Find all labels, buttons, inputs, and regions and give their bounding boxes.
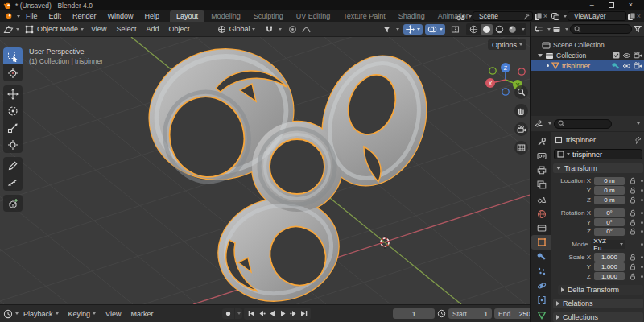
trispinner-object[interactable] — [134, 37, 442, 304]
prev-keyframe-button[interactable] — [257, 308, 266, 319]
menu-keying[interactable]: Keying — [64, 310, 101, 318]
editor-type-icon-timeline[interactable] — [3, 309, 13, 319]
tool-transform[interactable] — [3, 136, 23, 153]
shading-options-caret[interactable] — [522, 28, 525, 31]
snap-settings-caret[interactable] — [279, 28, 282, 31]
scale-y-field[interactable]: 1.000 — [594, 262, 625, 271]
camera-view-icon[interactable] — [514, 122, 528, 136]
animate-scale-y-dot[interactable] — [641, 266, 643, 268]
tab-uv-editing[interactable]: UV Editing — [290, 10, 337, 22]
tool-rotate[interactable] — [3, 102, 23, 119]
tool-move[interactable] — [3, 85, 23, 102]
auto-keying-caret[interactable] — [235, 308, 242, 319]
tool-add-cube[interactable] — [3, 195, 23, 212]
viewlayer-selector[interactable]: ViewLayer — [568, 11, 626, 21]
outliner-search-input[interactable] — [570, 24, 632, 34]
play-button[interactable] — [278, 308, 287, 319]
shading-rendered-icon[interactable] — [506, 24, 518, 35]
tool-annotate[interactable] — [3, 157, 23, 174]
collections-panel-header[interactable]: Collections — [553, 312, 643, 322]
tool-scale[interactable] — [3, 119, 23, 136]
mode-dropdown[interactable]: Object Mode — [23, 24, 86, 35]
overlays-toggle-icon[interactable] — [425, 24, 445, 35]
tab-output[interactable] — [531, 163, 551, 178]
preview-range-clock-icon[interactable] — [437, 309, 446, 318]
tab-render[interactable] — [531, 149, 551, 163]
menu-view-timeline[interactable]: View — [101, 310, 126, 318]
pin-icon[interactable] — [523, 13, 530, 20]
animate-rotation-mode-dot[interactable] — [641, 243, 643, 246]
tab-physics[interactable] — [531, 279, 551, 293]
view-object-types-icon[interactable] — [380, 24, 394, 35]
properties-search-input[interactable] — [554, 119, 612, 129]
tool-measure[interactable] — [3, 174, 23, 191]
minimize-button[interactable]: – — [590, 2, 594, 9]
menu-marker[interactable]: Marker — [126, 310, 158, 318]
breadcrumb-pin-icon[interactable] — [634, 136, 642, 144]
tool-select-box[interactable] — [3, 47, 23, 64]
shading-solid-icon[interactable] — [481, 24, 493, 35]
pan-hand-icon[interactable] — [514, 104, 528, 118]
properties-editor-caret[interactable] — [548, 122, 551, 125]
properties-options-caret[interactable] — [637, 122, 640, 125]
lock-scale-z-icon[interactable] — [627, 273, 638, 280]
jump-to-end-button[interactable] — [299, 308, 308, 319]
editor-type-icon-outliner[interactable] — [534, 25, 543, 34]
tab-particles[interactable] — [531, 264, 551, 279]
animate-scale-z-dot[interactable] — [641, 275, 643, 278]
tab-constraints[interactable] — [531, 293, 551, 308]
outliner-filter-collection-icon[interactable] — [552, 25, 561, 34]
delta-transform-panel-header[interactable]: Delta Transform — [558, 285, 643, 295]
tab-object[interactable] — [531, 235, 551, 250]
menu-render[interactable]: Render — [67, 12, 102, 20]
rotation-x-field[interactable]: 0° — [594, 208, 625, 217]
shading-material-icon[interactable] — [493, 24, 506, 35]
outliner-row-trispinner[interactable]: trispinner — [531, 60, 644, 71]
tab-texture-paint[interactable]: Texture Paint — [336, 10, 392, 22]
auto-keying-toggle[interactable] — [222, 308, 234, 319]
tab-collection[interactable] — [531, 221, 551, 236]
rotation-z-field[interactable]: 0° — [594, 228, 625, 237]
animate-location-y-dot[interactable] — [641, 189, 643, 192]
proportional-falloff-icon[interactable] — [299, 24, 313, 34]
relations-panel-header[interactable]: Relations — [553, 299, 643, 308]
animate-location-x-dot[interactable] — [641, 180, 643, 182]
gizmo-axis-neg-x[interactable] — [518, 68, 525, 75]
tab-scene[interactable] — [531, 192, 551, 207]
outliner-row-scene-collection[interactable]: Scene Collection — [531, 39, 644, 50]
new-scene-icon[interactable] — [534, 12, 543, 21]
zoom-icon[interactable] — [514, 85, 528, 99]
tab-shading[interactable]: Shading — [392, 10, 431, 22]
animate-rotation-z-dot[interactable] — [641, 230, 643, 233]
xray-toggle-icon[interactable] — [448, 24, 462, 35]
collection-expand-caret[interactable] — [538, 54, 543, 57]
outliner-filter-caret[interactable] — [565, 28, 568, 31]
app-menu-icon[interactable] — [5, 12, 14, 20]
lock-rotation-z-icon[interactable] — [627, 228, 638, 235]
outliner-row-collection[interactable]: Collection — [531, 50, 644, 60]
gizmo-axis-neg-y[interactable] — [489, 68, 496, 74]
menu-add[interactable]: Add — [141, 25, 163, 33]
lock-location-z-icon[interactable] — [627, 196, 638, 204]
gizmo-axis-neg-z[interactable] — [502, 89, 509, 95]
snap-magnet-icon[interactable] — [262, 24, 276, 35]
outliner-display-caret[interactable] — [547, 28, 551, 31]
options-dropdown[interactable]: Options — [488, 39, 526, 50]
tab-world[interactable] — [531, 207, 551, 221]
viewport-3d[interactable]: User Perspective (1) Collection | trispi… — [0, 37, 530, 304]
frame-end-field[interactable]: End250 — [494, 308, 535, 319]
lock-rotation-x-icon[interactable] — [627, 209, 638, 217]
tool-cursor[interactable] — [3, 64, 23, 81]
scene-selector[interactable]: Scene — [473, 11, 533, 21]
scene-type-icon[interactable] — [456, 12, 465, 21]
tab-layout[interactable]: Layout — [170, 10, 204, 22]
tab-modeling[interactable]: Modeling — [204, 10, 247, 22]
tab-modifiers[interactable] — [531, 250, 551, 264]
editor-type-icon-3d-viewport[interactable] — [3, 24, 14, 34]
next-keyframe-button[interactable] — [288, 308, 298, 319]
menu-window[interactable]: Window — [102, 12, 139, 20]
menu-edit[interactable]: Edit — [43, 12, 68, 20]
animate-location-z-dot[interactable] — [641, 199, 643, 201]
menu-view[interactable]: View — [86, 25, 111, 33]
current-frame-field[interactable]: 1 — [393, 308, 435, 319]
